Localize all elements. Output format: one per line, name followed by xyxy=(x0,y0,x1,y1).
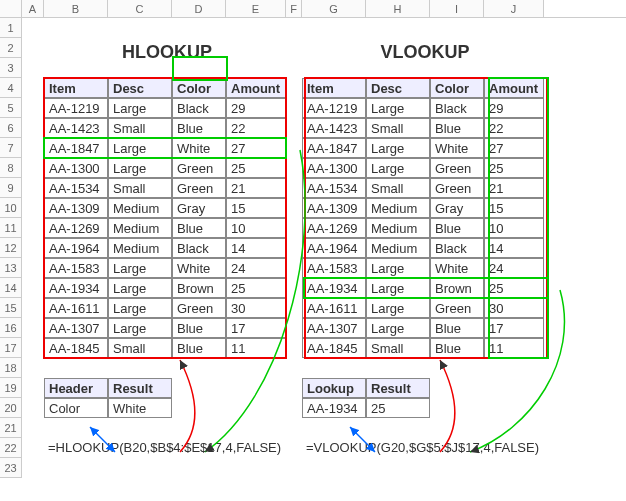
left-cell-r12-c1[interactable]: Medium xyxy=(108,238,172,258)
right-cell-r11-c1[interactable]: Medium xyxy=(366,218,430,238)
row-17[interactable]: 17 xyxy=(0,338,22,358)
right-cell-r5-c2[interactable]: Black xyxy=(430,98,484,118)
left-cell-r12-c3[interactable]: 14 xyxy=(226,238,286,258)
hlookup-box-header-0[interactable]: Header xyxy=(44,378,108,398)
left-cell-r12-c0[interactable]: AA-1964 xyxy=(44,238,108,258)
right-cell-r11-c2[interactable]: Blue xyxy=(430,218,484,238)
right-cell-r8-c0[interactable]: AA-1300 xyxy=(302,158,366,178)
col-D[interactable]: D xyxy=(172,0,226,17)
left-cell-r13-c2[interactable]: White xyxy=(172,258,226,278)
right-cell-r15-c1[interactable]: Large xyxy=(366,298,430,318)
left-cell-r11-c0[interactable]: AA-1269 xyxy=(44,218,108,238)
right-cell-r9-c1[interactable]: Small xyxy=(366,178,430,198)
row-20[interactable]: 20 xyxy=(0,398,22,418)
left-header-Item[interactable]: Item xyxy=(44,78,108,98)
row-10[interactable]: 10 xyxy=(0,198,22,218)
right-cell-r17-c3[interactable]: 11 xyxy=(484,338,544,358)
left-cell-r16-c2[interactable]: Blue xyxy=(172,318,226,338)
col-B[interactable]: B xyxy=(44,0,108,17)
col-H[interactable]: H xyxy=(366,0,430,17)
right-cell-r5-c0[interactable]: AA-1219 xyxy=(302,98,366,118)
right-cell-r7-c1[interactable]: Large xyxy=(366,138,430,158)
right-cell-r7-c3[interactable]: 27 xyxy=(484,138,544,158)
col-C[interactable]: C xyxy=(108,0,172,17)
right-cell-r14-c1[interactable]: Large xyxy=(366,278,430,298)
left-cell-r12-c2[interactable]: Black xyxy=(172,238,226,258)
right-cell-r17-c1[interactable]: Small xyxy=(366,338,430,358)
row-9[interactable]: 9 xyxy=(0,178,22,198)
right-cell-r6-c3[interactable]: 22 xyxy=(484,118,544,138)
left-cell-r16-c1[interactable]: Large xyxy=(108,318,172,338)
right-cell-r15-c0[interactable]: AA-1611 xyxy=(302,298,366,318)
hlookup-box-lookup[interactable]: Color xyxy=(44,398,108,418)
row-12[interactable]: 12 xyxy=(0,238,22,258)
row-1[interactable]: 1 xyxy=(0,18,22,38)
left-cell-r10-c2[interactable]: Gray xyxy=(172,198,226,218)
right-cell-r8-c2[interactable]: Green xyxy=(430,158,484,178)
left-cell-r15-c0[interactable]: AA-1611 xyxy=(44,298,108,318)
left-header-Amount[interactable]: Amount xyxy=(226,78,286,98)
right-cell-r6-c1[interactable]: Small xyxy=(366,118,430,138)
left-cell-r8-c1[interactable]: Large xyxy=(108,158,172,178)
left-cell-r17-c1[interactable]: Small xyxy=(108,338,172,358)
col-G[interactable]: G xyxy=(302,0,366,17)
hlookup-box-result[interactable]: White xyxy=(108,398,172,418)
col-F[interactable]: F xyxy=(286,0,302,17)
vlookup-box-header-1[interactable]: Result xyxy=(366,378,430,398)
left-cell-r7-c2[interactable]: White xyxy=(172,138,226,158)
col-J[interactable]: J xyxy=(484,0,544,17)
right-cell-r9-c3[interactable]: 21 xyxy=(484,178,544,198)
right-cell-r9-c0[interactable]: AA-1534 xyxy=(302,178,366,198)
hlookup-box-header-1[interactable]: Result xyxy=(108,378,172,398)
row-22[interactable]: 22 xyxy=(0,438,22,458)
row-14[interactable]: 14 xyxy=(0,278,22,298)
right-header-Item[interactable]: Item xyxy=(302,78,366,98)
left-cell-r8-c2[interactable]: Green xyxy=(172,158,226,178)
right-cell-r17-c0[interactable]: AA-1845 xyxy=(302,338,366,358)
right-cell-r10-c3[interactable]: 15 xyxy=(484,198,544,218)
right-cell-r12-c2[interactable]: Black xyxy=(430,238,484,258)
right-cell-r13-c2[interactable]: White xyxy=(430,258,484,278)
vlookup-box-lookup[interactable]: AA-1934 xyxy=(302,398,366,418)
left-cell-r7-c1[interactable]: Large xyxy=(108,138,172,158)
right-cell-r17-c2[interactable]: Blue xyxy=(430,338,484,358)
vlookup-box-result[interactable]: 25 xyxy=(366,398,430,418)
row-19[interactable]: 19 xyxy=(0,378,22,398)
left-cell-r9-c3[interactable]: 21 xyxy=(226,178,286,198)
left-cell-r11-c2[interactable]: Blue xyxy=(172,218,226,238)
left-cell-r10-c3[interactable]: 15 xyxy=(226,198,286,218)
left-cell-r10-c0[interactable]: AA-1309 xyxy=(44,198,108,218)
right-cell-r14-c3[interactable]: 25 xyxy=(484,278,544,298)
row-15[interactable]: 15 xyxy=(0,298,22,318)
right-cell-r5-c1[interactable]: Large xyxy=(366,98,430,118)
right-cell-r5-c3[interactable]: 29 xyxy=(484,98,544,118)
left-cell-r13-c3[interactable]: 24 xyxy=(226,258,286,278)
left-cell-r16-c3[interactable]: 17 xyxy=(226,318,286,338)
left-cell-r16-c0[interactable]: AA-1307 xyxy=(44,318,108,338)
row-3[interactable]: 3 xyxy=(0,58,22,78)
left-cell-r14-c3[interactable]: 25 xyxy=(226,278,286,298)
left-cell-r11-c1[interactable]: Medium xyxy=(108,218,172,238)
left-cell-r8-c3[interactable]: 25 xyxy=(226,158,286,178)
row-11[interactable]: 11 xyxy=(0,218,22,238)
left-header-Color[interactable]: Color xyxy=(172,78,226,98)
right-cell-r12-c3[interactable]: 14 xyxy=(484,238,544,258)
right-cell-r6-c0[interactable]: AA-1423 xyxy=(302,118,366,138)
right-cell-r6-c2[interactable]: Blue xyxy=(430,118,484,138)
row-13[interactable]: 13 xyxy=(0,258,22,278)
left-cell-r7-c3[interactable]: 27 xyxy=(226,138,286,158)
row-6[interactable]: 6 xyxy=(0,118,22,138)
right-cell-r11-c3[interactable]: 10 xyxy=(484,218,544,238)
right-cell-r11-c0[interactable]: AA-1269 xyxy=(302,218,366,238)
left-cell-r14-c2[interactable]: Brown xyxy=(172,278,226,298)
left-cell-r15-c2[interactable]: Green xyxy=(172,298,226,318)
right-cell-r16-c1[interactable]: Large xyxy=(366,318,430,338)
left-cell-r13-c1[interactable]: Large xyxy=(108,258,172,278)
col-A[interactable]: A xyxy=(22,0,44,17)
right-cell-r16-c0[interactable]: AA-1307 xyxy=(302,318,366,338)
right-cell-r8-c1[interactable]: Large xyxy=(366,158,430,178)
right-cell-r16-c3[interactable]: 17 xyxy=(484,318,544,338)
vlookup-box-header-0[interactable]: Lookup xyxy=(302,378,366,398)
left-cell-r17-c0[interactable]: AA-1845 xyxy=(44,338,108,358)
right-header-Desc[interactable]: Desc xyxy=(366,78,430,98)
